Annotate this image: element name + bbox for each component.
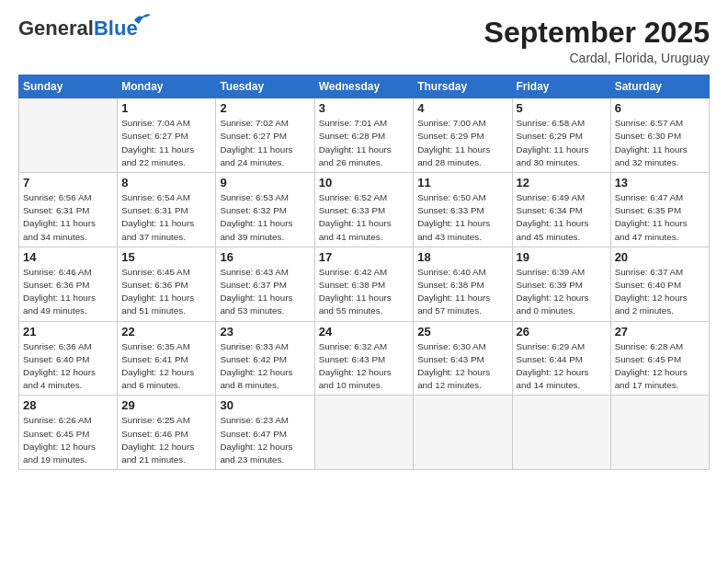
day-info: Sunrise: 6:53 AMSunset: 6:32 PMDaylight:… <box>220 191 310 244</box>
day-number: 14 <box>23 250 113 264</box>
day-number: 20 <box>615 250 705 264</box>
day-info: Sunrise: 6:46 AMSunset: 6:36 PMDaylight:… <box>23 266 113 318</box>
table-row: 21Sunrise: 6:36 AMSunset: 6:40 PMDayligh… <box>19 321 118 396</box>
table-row: 29Sunrise: 6:25 AMSunset: 6:46 PMDayligh… <box>118 396 216 470</box>
table-row: 26Sunrise: 6:29 AMSunset: 6:44 PMDayligh… <box>512 321 610 396</box>
table-row <box>512 396 610 470</box>
day-info: Sunrise: 6:29 AMSunset: 6:44 PMDaylight:… <box>517 340 607 393</box>
table-row: 22Sunrise: 6:35 AMSunset: 6:41 PMDayligh… <box>118 321 216 396</box>
day-number: 11 <box>417 176 507 190</box>
table-row: 10Sunrise: 6:52 AMSunset: 6:33 PMDayligh… <box>314 173 414 247</box>
col-thursday: Thursday <box>414 75 512 98</box>
day-number: 30 <box>220 398 310 412</box>
table-row: 8Sunrise: 6:54 AMSunset: 6:31 PMDaylight… <box>118 173 216 247</box>
day-number: 10 <box>319 176 410 190</box>
day-info: Sunrise: 6:32 AMSunset: 6:43 PMDaylight:… <box>319 340 410 393</box>
table-row: 15Sunrise: 6:45 AMSunset: 6:36 PMDayligh… <box>118 247 216 321</box>
day-info: Sunrise: 6:45 AMSunset: 6:36 PMDaylight:… <box>121 266 211 318</box>
day-number: 6 <box>615 101 705 115</box>
day-number: 16 <box>220 250 310 264</box>
day-info: Sunrise: 7:04 AMSunset: 6:27 PMDaylight:… <box>121 117 211 169</box>
day-info: Sunrise: 7:02 AMSunset: 6:27 PMDaylight:… <box>220 117 310 169</box>
col-wednesday: Wednesday <box>314 75 414 98</box>
calendar-week-row: 1Sunrise: 7:04 AMSunset: 6:27 PMDaylight… <box>19 98 710 173</box>
calendar-week-row: 28Sunrise: 6:26 AMSunset: 6:45 PMDayligh… <box>19 396 710 470</box>
page: GeneralBlue September 2025 Cardal, Flori… <box>0 0 728 563</box>
table-row <box>314 396 414 470</box>
day-info: Sunrise: 6:25 AMSunset: 6:46 PMDaylight:… <box>121 414 211 466</box>
table-row: 7Sunrise: 6:56 AMSunset: 6:31 PMDaylight… <box>19 173 118 247</box>
day-info: Sunrise: 6:47 AMSunset: 6:35 PMDaylight:… <box>615 191 705 244</box>
day-info: Sunrise: 6:23 AMSunset: 6:47 PMDaylight:… <box>220 414 310 466</box>
month-title: September 2025 <box>484 17 710 49</box>
day-number: 21 <box>23 325 113 339</box>
day-number: 29 <box>121 398 211 412</box>
header: GeneralBlue September 2025 Cardal, Flori… <box>18 17 710 65</box>
calendar-week-row: 21Sunrise: 6:36 AMSunset: 6:40 PMDayligh… <box>19 321 710 396</box>
day-info: Sunrise: 6:43 AMSunset: 6:37 PMDaylight:… <box>220 266 310 318</box>
col-sunday: Sunday <box>19 75 118 98</box>
day-info: Sunrise: 6:40 AMSunset: 6:38 PMDaylight:… <box>417 266 507 318</box>
day-info: Sunrise: 6:50 AMSunset: 6:33 PMDaylight:… <box>417 191 507 244</box>
logo-general: General <box>18 17 94 40</box>
table-row: 3Sunrise: 7:01 AMSunset: 6:28 PMDaylight… <box>314 98 414 173</box>
calendar-header-row: Sunday Monday Tuesday Wednesday Thursday… <box>19 75 710 98</box>
location: Cardal, Florida, Uruguay <box>484 51 710 65</box>
table-row: 27Sunrise: 6:28 AMSunset: 6:45 PMDayligh… <box>610 321 709 396</box>
table-row: 20Sunrise: 6:37 AMSunset: 6:40 PMDayligh… <box>610 247 709 321</box>
day-number: 13 <box>615 176 705 190</box>
day-number: 28 <box>23 398 113 412</box>
table-row: 30Sunrise: 6:23 AMSunset: 6:47 PMDayligh… <box>216 396 314 470</box>
day-info: Sunrise: 6:37 AMSunset: 6:40 PMDaylight:… <box>615 266 705 318</box>
col-monday: Monday <box>118 75 216 98</box>
table-row: 28Sunrise: 6:26 AMSunset: 6:45 PMDayligh… <box>19 396 118 470</box>
day-info: Sunrise: 6:33 AMSunset: 6:42 PMDaylight:… <box>220 340 310 393</box>
table-row: 12Sunrise: 6:49 AMSunset: 6:34 PMDayligh… <box>512 173 610 247</box>
table-row: 19Sunrise: 6:39 AMSunset: 6:39 PMDayligh… <box>512 247 610 321</box>
day-number: 15 <box>121 250 211 264</box>
day-info: Sunrise: 6:26 AMSunset: 6:45 PMDaylight:… <box>23 414 113 466</box>
day-number: 8 <box>121 176 211 190</box>
day-number: 27 <box>615 325 705 339</box>
logo-blue: Blue <box>94 17 138 40</box>
day-number: 1 <box>121 101 211 115</box>
day-info: Sunrise: 6:56 AMSunset: 6:31 PMDaylight:… <box>23 191 113 244</box>
table-row: 18Sunrise: 6:40 AMSunset: 6:38 PMDayligh… <box>414 247 512 321</box>
table-row: 5Sunrise: 6:58 AMSunset: 6:29 PMDaylight… <box>512 98 610 173</box>
col-saturday: Saturday <box>610 75 709 98</box>
day-info: Sunrise: 6:42 AMSunset: 6:38 PMDaylight:… <box>319 266 410 318</box>
day-info: Sunrise: 6:57 AMSunset: 6:30 PMDaylight:… <box>615 117 705 169</box>
day-number: 12 <box>517 176 607 190</box>
day-info: Sunrise: 6:52 AMSunset: 6:33 PMDaylight:… <box>319 191 410 244</box>
day-info: Sunrise: 6:39 AMSunset: 6:39 PMDaylight:… <box>517 266 607 318</box>
day-number: 7 <box>23 176 113 190</box>
table-row: 9Sunrise: 6:53 AMSunset: 6:32 PMDaylight… <box>216 173 314 247</box>
day-number: 23 <box>220 325 310 339</box>
table-row: 13Sunrise: 6:47 AMSunset: 6:35 PMDayligh… <box>610 173 709 247</box>
day-info: Sunrise: 6:54 AMSunset: 6:31 PMDaylight:… <box>121 191 211 244</box>
table-row: 14Sunrise: 6:46 AMSunset: 6:36 PMDayligh… <box>19 247 118 321</box>
table-row <box>610 396 709 470</box>
day-number: 22 <box>121 325 211 339</box>
day-info: Sunrise: 7:00 AMSunset: 6:29 PMDaylight:… <box>417 117 507 169</box>
table-row: 23Sunrise: 6:33 AMSunset: 6:42 PMDayligh… <box>216 321 314 396</box>
day-number: 5 <box>517 101 607 115</box>
table-row: 1Sunrise: 7:04 AMSunset: 6:27 PMDaylight… <box>118 98 216 173</box>
day-number: 17 <box>319 250 410 264</box>
day-number: 9 <box>220 176 310 190</box>
table-row: 4Sunrise: 7:00 AMSunset: 6:29 PMDaylight… <box>414 98 512 173</box>
day-info: Sunrise: 6:28 AMSunset: 6:45 PMDaylight:… <box>615 340 705 393</box>
logo: GeneralBlue <box>18 17 138 40</box>
day-info: Sunrise: 6:36 AMSunset: 6:40 PMDaylight:… <box>23 340 113 393</box>
day-info: Sunrise: 7:01 AMSunset: 6:28 PMDaylight:… <box>319 117 410 169</box>
day-number: 4 <box>417 101 507 115</box>
calendar-table: Sunday Monday Tuesday Wednesday Thursday… <box>18 75 710 470</box>
day-info: Sunrise: 6:30 AMSunset: 6:43 PMDaylight:… <box>417 340 507 393</box>
day-number: 24 <box>319 325 410 339</box>
table-row: 25Sunrise: 6:30 AMSunset: 6:43 PMDayligh… <box>414 321 512 396</box>
calendar-week-row: 7Sunrise: 6:56 AMSunset: 6:31 PMDaylight… <box>19 173 710 247</box>
day-number: 25 <box>417 325 507 339</box>
table-row: 2Sunrise: 7:02 AMSunset: 6:27 PMDaylight… <box>216 98 314 173</box>
title-area: September 2025 Cardal, Florida, Uruguay <box>484 17 710 65</box>
table-row: 11Sunrise: 6:50 AMSunset: 6:33 PMDayligh… <box>414 173 512 247</box>
